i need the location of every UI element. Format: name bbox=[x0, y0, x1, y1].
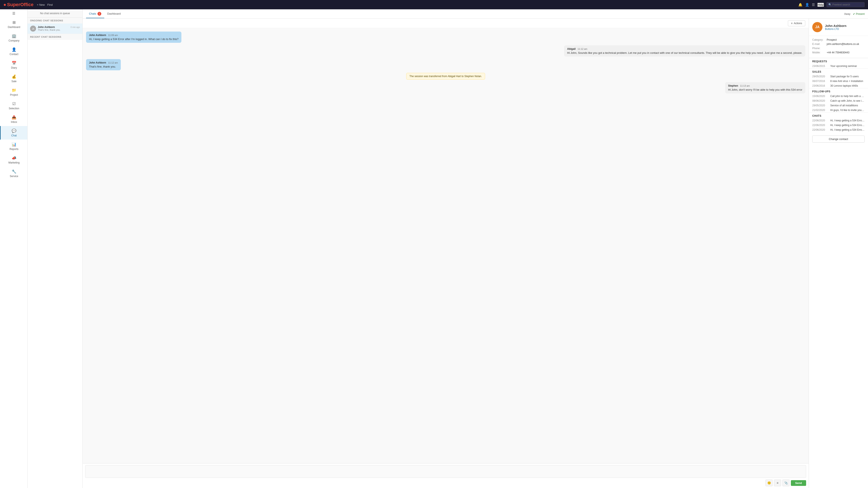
chat-messages-header: ≡ Actions bbox=[83, 19, 809, 28]
app-name: SuperOffice bbox=[7, 2, 33, 7]
sale-date: 06/07/2016 bbox=[812, 79, 828, 83]
new-button[interactable]: + New bbox=[37, 3, 45, 6]
user-profile-button[interactable]: 👤 bbox=[805, 3, 809, 7]
session-avatar: JA bbox=[30, 26, 36, 32]
search-box[interactable]: 🔍 bbox=[827, 2, 865, 7]
contact-avatar: JA bbox=[812, 22, 823, 32]
sale-text: Start package for 5 users bbox=[830, 75, 859, 78]
list-item: 15/06/2020 Call john to help him with a … bbox=[809, 94, 868, 98]
sidebar-item-label: Inbox bbox=[11, 121, 17, 124]
diary-icon: 📅 bbox=[12, 61, 16, 65]
sidebar-item-reports[interactable]: 📊 Reports bbox=[0, 139, 27, 153]
check-icon: ✔ bbox=[853, 12, 855, 15]
message-author: Abigail 11:12 am bbox=[567, 47, 802, 51]
contact-icon: 👤 bbox=[12, 47, 16, 52]
list-item: 22/06/2020 Hi, I keep getting a 534 Erro… bbox=[809, 128, 868, 132]
chat-date: 22/06/2020 bbox=[812, 119, 828, 122]
chat-text: Hi, I keep getting a 534 Error after I'm… bbox=[830, 119, 865, 122]
sidebar-item-marketing[interactable]: 📣 Marketing bbox=[0, 153, 27, 167]
tab-dashboard-label: Dashboard bbox=[107, 12, 121, 15]
list-item: 22/06/2020 Hi, I keep getting a 534 Erro… bbox=[809, 123, 868, 128]
reports-icon: 📊 bbox=[12, 142, 16, 147]
notifications-button[interactable]: 🔔 bbox=[798, 3, 803, 7]
sidebar-item-sale[interactable]: 💰 Sale bbox=[0, 72, 27, 85]
email-value: john.ashborn@buttons.co.uk bbox=[827, 42, 859, 45]
message-time: 11:09 am bbox=[108, 34, 118, 36]
sidebar-item-diary[interactable]: 📅 Diary bbox=[0, 58, 27, 72]
list-item: 29/05/2020 Service of all installitions bbox=[809, 103, 868, 108]
sidebar-toggle[interactable]: ☰ bbox=[0, 9, 27, 18]
followup-date: 15/06/2020 bbox=[812, 95, 828, 98]
actions-button[interactable]: ≡ Actions bbox=[788, 20, 805, 26]
sale-text: 8 new Anti virus + Installation bbox=[830, 79, 863, 83]
actions-label: Actions bbox=[794, 22, 802, 25]
menu-button[interactable]: ☰ bbox=[812, 3, 815, 7]
content-area: Chats 1 Dashboard Away ✔ Present ≡ bbox=[83, 9, 868, 488]
sidebar-item-label: Chat bbox=[11, 134, 17, 137]
recent-section-title: RECENT CHAT SESSIONS bbox=[28, 34, 83, 40]
send-button[interactable]: Send bbox=[791, 480, 806, 486]
app-logo[interactable]: ● SuperOffice bbox=[3, 2, 33, 7]
tab-chats-label: Chats bbox=[89, 12, 96, 15]
sidebar-item-company[interactable]: 🏢 Company bbox=[0, 31, 27, 45]
chat-messages-panel: ≡ Actions John Ashborn 11:09 am Hi, I ke… bbox=[83, 19, 809, 488]
dashboard-icon: ⊞ bbox=[12, 20, 16, 25]
list-item: 06/07/2016 8 new Anti virus + Installati… bbox=[809, 79, 868, 84]
list-item: 23/06/2015 Your upcoming seminar bbox=[809, 64, 868, 68]
messages-list: John Ashborn 11:09 am Hi, I keep getting… bbox=[83, 28, 809, 463]
sidebar-item-label: Project bbox=[10, 93, 18, 96]
sidebar-item-selection[interactable]: ☑ Selection bbox=[0, 99, 27, 112]
message-author: John Ashborn 11:12 am bbox=[89, 61, 118, 64]
chat-queue-status: No chat sessions in queue bbox=[28, 9, 83, 18]
mobile-label: Mobile: bbox=[812, 51, 825, 54]
away-label: Away bbox=[844, 12, 850, 15]
main-layout: ☰ ⊞ Dashboard 🏢 Company 👤 Contact 📅 Diar… bbox=[0, 9, 868, 488]
sidebar-item-label: Sale bbox=[11, 80, 17, 83]
requests-section-title: REQUESTS bbox=[809, 58, 868, 64]
present-label: Present bbox=[856, 12, 865, 15]
chat-input[interactable] bbox=[85, 465, 806, 478]
contact-category-row: Category: Prospect bbox=[812, 38, 865, 41]
message-text: Hi John, don't worry I'll be able to hel… bbox=[728, 88, 802, 91]
contact-panel: JA John Ashborn Buttons LTD Category: Pr… bbox=[809, 19, 868, 488]
contact-email-row: E-mail: john.ashborn@buttons.co.uk bbox=[812, 42, 865, 45]
sidebar-item-label: Contact bbox=[9, 53, 18, 56]
chat-date: 22/06/2020 bbox=[812, 128, 828, 131]
message-author: Stephen 11:13 am bbox=[728, 84, 802, 87]
sidebar-item-label: Marketing bbox=[8, 161, 20, 164]
inbox-icon: 📥 bbox=[12, 115, 16, 120]
chat-date: 22/06/2020 bbox=[812, 124, 828, 127]
marketing-icon: 📣 bbox=[12, 156, 16, 160]
find-button[interactable]: Find bbox=[47, 3, 53, 6]
chat-session-item[interactable]: JA John Ashborn 0 min ago That's fine, t… bbox=[28, 24, 83, 34]
followup-text: Catch up with John, to see if there is a… bbox=[830, 99, 865, 102]
list-item: 22/06/2020 Hi, I keep getting a 534 Erro… bbox=[809, 118, 868, 123]
tab-dashboard[interactable]: Dashboard bbox=[104, 10, 124, 18]
template-button[interactable]: ≡ bbox=[774, 480, 781, 486]
followup-text: Call john to help him with a problem h..… bbox=[830, 95, 865, 98]
sale-icon: 💰 bbox=[12, 74, 16, 79]
help-button[interactable]: Help bbox=[817, 3, 824, 7]
sidebar-item-service[interactable]: 🔧 Service bbox=[0, 167, 27, 180]
tab-chats[interactable]: Chats 1 bbox=[86, 10, 104, 18]
sidebar-item-contact[interactable]: 👤 Contact bbox=[0, 45, 27, 58]
svg-text:JA: JA bbox=[32, 28, 34, 30]
sidebar-item-inbox[interactable]: 📥 Inbox bbox=[0, 112, 27, 126]
search-input[interactable] bbox=[832, 3, 863, 6]
search-icon: 🔍 bbox=[828, 3, 832, 6]
followup-date: 08/06/2020 bbox=[812, 99, 828, 102]
list-item: 21/02/2020 Hi guys, I'd like to invite y… bbox=[809, 108, 868, 112]
change-contact-button[interactable]: Change contact bbox=[812, 135, 865, 142]
top-nav-right: 🔔 👤 ☰ Help 🔍 bbox=[798, 2, 865, 7]
contact-company[interactable]: Buttons LTD bbox=[825, 28, 846, 31]
sidebar-item-chat[interactable]: 💬 Chat bbox=[0, 126, 27, 139]
sale-text: 30 Lenovo laptops t440s bbox=[830, 84, 858, 87]
sidebar-item-project[interactable]: 📁 Project bbox=[0, 85, 27, 99]
contact-name: John Ashborn bbox=[825, 24, 846, 28]
attach-button[interactable]: 📎 bbox=[782, 480, 789, 486]
chat-icon: 💬 bbox=[12, 129, 16, 133]
sidebar-item-dashboard[interactable]: ⊞ Dashboard bbox=[0, 18, 27, 31]
message-bubble: John Ashborn 11:09 am Hi, I keep getting… bbox=[86, 32, 181, 43]
emoji-button[interactable]: 🙂 bbox=[766, 480, 773, 486]
message-text: Hi John, Sounds like you got a technical… bbox=[567, 51, 802, 55]
